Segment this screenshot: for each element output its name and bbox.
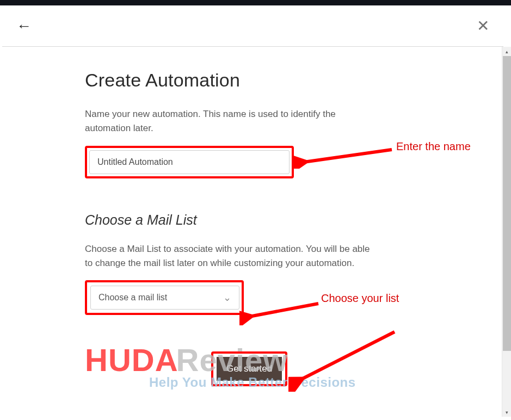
name-input-highlight-box xyxy=(85,146,294,178)
chevron-down-icon: ⌄ xyxy=(223,292,231,304)
automation-name-input[interactable] xyxy=(89,150,290,174)
modal-body: Create Automation Name your new automati… xyxy=(2,47,503,417)
back-icon[interactable]: ← xyxy=(16,18,32,34)
mail-list-placeholder: Choose a mail list xyxy=(98,293,167,302)
content-area: Create Automation Name your new automati… xyxy=(2,47,383,315)
background-nav-strip xyxy=(0,0,511,5)
mail-list-highlight-box: Choose a mail list ⌄ xyxy=(85,280,244,315)
scroll-up-icon[interactable]: ▴ xyxy=(502,47,511,56)
modal-header: ← ✕ xyxy=(2,5,503,47)
scroll-down-icon[interactable]: ▾ xyxy=(502,407,511,417)
page-title: Create Automation xyxy=(85,70,383,91)
get-started-button[interactable]: Get started xyxy=(217,357,282,381)
cta-highlight-box: Get started xyxy=(211,351,287,386)
vertical-scrollbar[interactable]: ▴ ▾ xyxy=(502,47,511,417)
mail-list-description: Choose a Mail List to associate with you… xyxy=(85,242,379,271)
mail-list-title: Choose a Mail List xyxy=(85,212,383,228)
mail-list-select[interactable]: Choose a mail list ⌄ xyxy=(90,286,239,310)
name-description: Name your new automation. This name is u… xyxy=(85,107,379,136)
close-icon[interactable]: ✕ xyxy=(477,18,489,34)
scroll-thumb[interactable] xyxy=(503,56,511,351)
